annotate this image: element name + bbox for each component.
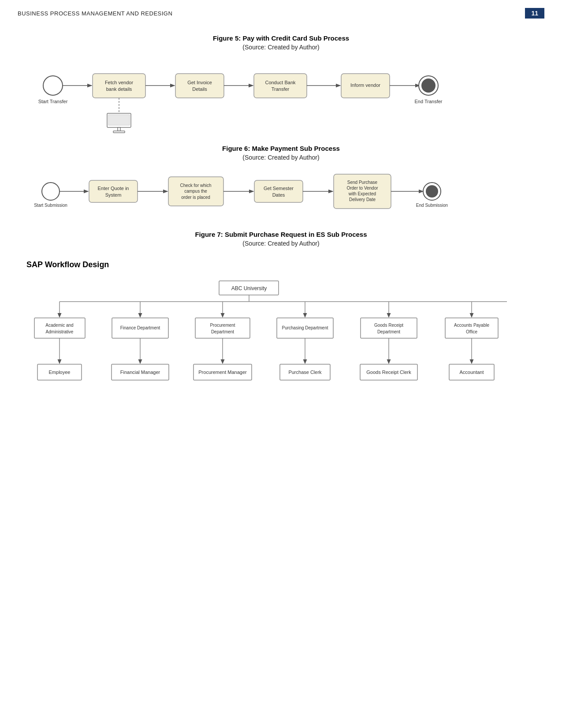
svg-text:Conduct Bank: Conduct Bank (265, 80, 296, 85)
svg-text:Start Submission: Start Submission (34, 203, 67, 208)
svg-text:bank details: bank details (106, 86, 132, 92)
svg-text:Office: Office (466, 329, 477, 334)
svg-text:Get Semester: Get Semester (264, 186, 294, 191)
svg-rect-75 (445, 318, 498, 338)
svg-text:Employee: Employee (49, 370, 71, 375)
diagram2-svg: Start Submission Enter Quote in System C… (26, 167, 536, 220)
svg-text:Department: Department (211, 329, 234, 334)
svg-point-0 (43, 76, 63, 95)
svg-rect-71 (361, 318, 417, 338)
svg-rect-7 (175, 74, 224, 98)
document-title: BUSINESS PROCESS MANAGEMENT AND REDESIGN (18, 10, 172, 17)
page-header: BUSINESS PROCESS MANAGEMENT AND REDESIGN… (0, 0, 562, 22)
svg-rect-25 (113, 131, 125, 133)
svg-text:Fetch vendor: Fetch vendor (105, 80, 134, 85)
figure7-source: (Source: Created by Author) (26, 240, 536, 247)
svg-text:Procurement  Manager: Procurement Manager (198, 370, 247, 375)
section-heading: SAP Workflow Design (26, 260, 536, 269)
svg-text:Administrative: Administrative (46, 329, 74, 334)
svg-rect-30 (89, 180, 138, 202)
svg-text:Check for which: Check for which (180, 183, 211, 188)
svg-rect-39 (254, 180, 303, 202)
svg-text:Enter Quote in: Enter Quote in (98, 186, 129, 191)
svg-text:Goods Receipt: Goods Receipt (374, 323, 403, 328)
figure5-title: Figure 5: Pay with Credit Card Sub Proce… (26, 34, 536, 42)
svg-text:Financial Manager: Financial Manager (120, 370, 160, 375)
svg-text:order is placed: order is placed (181, 195, 210, 200)
svg-text:Finance Department: Finance Department (120, 325, 160, 330)
svg-rect-57 (34, 318, 85, 338)
svg-point-27 (42, 183, 60, 200)
org-chart-container: ABC University Academic and Administrati… (26, 277, 536, 403)
svg-text:Academic and: Academic and (45, 323, 73, 328)
svg-rect-23 (108, 115, 130, 125)
svg-text:Procurement: Procurement (210, 323, 235, 328)
svg-text:Start Transfer: Start Transfer (38, 99, 68, 104)
svg-text:Delivery Date: Delivery Date (349, 197, 376, 202)
svg-text:Get Invoice: Get Invoice (187, 80, 212, 85)
svg-text:campus the: campus the (184, 189, 207, 194)
svg-text:Department: Department (377, 329, 400, 334)
svg-rect-64 (195, 318, 250, 338)
page-number: 11 (525, 8, 544, 19)
svg-text:Accounts Payable: Accounts Payable (454, 323, 489, 328)
diagram1-svg: Start Transfer Fetch vendor bank details… (26, 57, 536, 134)
svg-text:Accountant: Accountant (459, 370, 484, 375)
svg-text:ABC University: ABC University (231, 285, 267, 291)
svg-text:Inform vendor: Inform vendor (350, 82, 380, 88)
svg-text:ES: ES (116, 133, 123, 134)
org-chart-svg: ABC University Academic and Administrati… (26, 277, 536, 401)
svg-text:with Expected: with Expected (348, 191, 376, 196)
svg-text:Details: Details (192, 86, 207, 92)
svg-text:End Submission: End Submission (416, 203, 448, 208)
svg-point-50 (426, 185, 438, 198)
figure7-title: Figure 7: Submit Purchase Request in ES … (26, 231, 536, 238)
svg-text:Send Purchase: Send Purchase (347, 180, 378, 185)
diagram2-container: Start Submission Enter Quote in System C… (26, 167, 536, 222)
svg-rect-3 (93, 74, 145, 98)
figure5-source: (Source: Created by Author) (26, 44, 536, 51)
svg-text:Purchase Clerk: Purchase Clerk (288, 370, 322, 375)
diagram1-container: Start Transfer Fetch vendor bank details… (26, 57, 536, 136)
svg-point-19 (421, 78, 435, 93)
main-content: Figure 5: Pay with Credit Card Sub Proce… (0, 22, 562, 429)
svg-text:Order to Vendor: Order to Vendor (346, 186, 378, 190)
svg-rect-24 (118, 127, 120, 131)
figure6-title: Figure 6: Make Payment Sub Process (26, 145, 536, 152)
svg-text:Purchasing Department: Purchasing Department (282, 325, 328, 330)
svg-text:Goods Receipt Clerk: Goods Receipt Clerk (366, 370, 411, 375)
svg-text:System: System (105, 192, 122, 198)
svg-text:Transfer: Transfer (272, 86, 290, 92)
figure6-source: (Source: Created by Author) (26, 154, 536, 161)
svg-rect-11 (254, 74, 307, 98)
svg-text:Dates: Dates (272, 192, 285, 198)
svg-text:End Transfer: End Transfer (415, 99, 443, 104)
